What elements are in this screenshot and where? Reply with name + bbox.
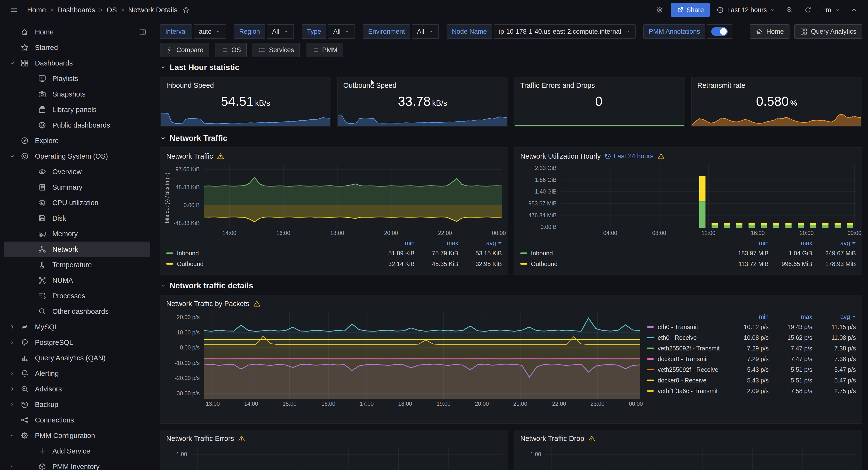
legend-col-max[interactable]: max bbox=[414, 240, 458, 247]
panel-title[interactable]: Inbound Speed bbox=[166, 82, 214, 89]
sidebar-item-numa[interactable]: NUMA bbox=[4, 272, 150, 288]
panel-title[interactable]: Outbound Speed bbox=[343, 82, 397, 89]
chart-plot[interactable] bbox=[204, 312, 640, 399]
chevron-right-icon[interactable] bbox=[7, 324, 18, 330]
sidebar-item-temperature[interactable]: Temperature bbox=[4, 257, 150, 272]
sidebar-item-overview[interactable]: Overview bbox=[4, 164, 150, 179]
panel-title[interactable]: Network Traffic by Packets bbox=[166, 300, 249, 308]
sidebar-item-postgresql[interactable]: PostgreSQL bbox=[4, 335, 150, 350]
pmm-annotations-toggle[interactable] bbox=[711, 27, 728, 36]
sidebar-item-cpu-utilization[interactable]: CPU utilization bbox=[4, 195, 150, 210]
section-network-traffic-details[interactable]: Network traffic details bbox=[160, 281, 862, 291]
star-icon[interactable] bbox=[180, 3, 192, 17]
chevron-down-icon[interactable] bbox=[7, 153, 18, 159]
sidebar-item-network[interactable]: Network bbox=[4, 241, 150, 257]
refresh-icon[interactable] bbox=[801, 3, 815, 17]
sidebar-item-starred[interactable]: Starred bbox=[4, 40, 150, 55]
legend-series-name[interactable]: Outbound bbox=[177, 261, 204, 267]
menu-icon[interactable] bbox=[7, 3, 21, 17]
chevron-down-icon[interactable] bbox=[7, 60, 18, 66]
breadcrumb-dashboards[interactable]: Dashboards bbox=[57, 6, 95, 14]
legend-series-name[interactable]: veth255092f - Transmit bbox=[658, 345, 720, 352]
sidebar-item-memory[interactable]: Memory bbox=[4, 226, 150, 241]
services-button[interactable]: Services bbox=[252, 43, 300, 57]
legend-series-name[interactable]: Inbound bbox=[531, 250, 553, 257]
filter-type-value[interactable]: All bbox=[328, 24, 355, 39]
breadcrumb-home[interactable]: Home bbox=[27, 6, 46, 14]
legend-col-min[interactable]: min bbox=[725, 313, 769, 320]
sidebar-item-home[interactable]: Home bbox=[4, 24, 150, 40]
compare-button[interactable]: Compare bbox=[160, 43, 209, 57]
section-network-traffic[interactable]: Network Traffic bbox=[160, 133, 862, 144]
panel-title[interactable]: Network Traffic bbox=[166, 152, 213, 160]
home-button[interactable]: Home bbox=[750, 24, 789, 39]
sidebar-item-processes[interactable]: Processes bbox=[4, 288, 150, 304]
pmm-button[interactable]: PMM bbox=[306, 43, 343, 57]
time-badge[interactable]: Last 24 hours bbox=[604, 152, 654, 160]
sidebar-item-operating-system-os[interactable]: Operating System (OS) bbox=[4, 148, 150, 164]
filter-node-name-value[interactable]: ip-10-178-1-40.us-east-2.compute.interna… bbox=[494, 24, 636, 39]
panel-title[interactable]: Retransmit rate bbox=[698, 82, 745, 89]
legend-col-avg[interactable]: avg bbox=[812, 313, 856, 320]
legend-col-avg[interactable]: avg bbox=[812, 240, 856, 247]
sidebar-item-public-dashboards[interactable]: Public dashboards bbox=[4, 117, 150, 133]
sidebar-item-connections[interactable]: Connections bbox=[4, 412, 150, 428]
query-analytics-button[interactable]: Query Analytics bbox=[794, 24, 862, 39]
sidebar-item-query-analytics-qan[interactable]: Query Analytics (QAN) bbox=[4, 350, 150, 366]
dashboard-settings-icon[interactable] bbox=[653, 3, 667, 17]
section-last-hour-statistic[interactable]: Last Hour statistic bbox=[160, 62, 862, 73]
sidebar-item-add-service[interactable]: Add Service bbox=[4, 443, 150, 459]
chart-plot[interactable] bbox=[204, 165, 502, 228]
filter-interval-value[interactable]: auto bbox=[194, 24, 226, 39]
chevron-right-icon[interactable] bbox=[7, 402, 18, 407]
sidebar-item-pmm-configuration[interactable]: PMM Configuration bbox=[4, 428, 150, 443]
legend-series-name[interactable]: veth255092f - Receive bbox=[658, 366, 718, 373]
legend-col-max[interactable]: max bbox=[769, 313, 812, 320]
chevron-right-icon[interactable] bbox=[7, 371, 18, 376]
panel-collapse-icon[interactable] bbox=[139, 28, 146, 36]
legend-series-name[interactable]: Outbound bbox=[531, 261, 558, 267]
panel-title[interactable]: Traffic Errors and Drops bbox=[520, 82, 595, 89]
zoom-out-icon[interactable] bbox=[782, 3, 797, 17]
refresh-interval-picker[interactable]: 1m bbox=[819, 3, 843, 17]
sidebar-item-summary[interactable]: Summary bbox=[4, 179, 150, 195]
chevron-down-icon[interactable] bbox=[7, 464, 18, 470]
panel-title[interactable]: Network Traffic Errors bbox=[166, 435, 234, 443]
chart-plot[interactable] bbox=[546, 447, 856, 470]
sidebar-item-alerting[interactable]: Alerting bbox=[4, 366, 150, 381]
filter-environment-value[interactable]: All bbox=[412, 24, 439, 39]
sidebar-item-advisors[interactable]: Advisors bbox=[4, 381, 150, 397]
legend-col-min[interactable]: min bbox=[725, 240, 769, 247]
panel-title[interactable]: Network Utilization Hourly bbox=[520, 152, 601, 160]
legend-series-name[interactable]: docker0 - Transmit bbox=[658, 355, 708, 362]
chart-plot[interactable] bbox=[561, 165, 856, 228]
chevron-right-icon[interactable] bbox=[7, 386, 18, 392]
collapse-topbar-icon[interactable] bbox=[847, 3, 861, 17]
os-button[interactable]: OS bbox=[215, 43, 247, 57]
chevron-right-icon[interactable] bbox=[7, 340, 18, 345]
legend-col-max[interactable]: max bbox=[769, 240, 812, 247]
sidebar-item-mysql[interactable]: MySQL bbox=[4, 319, 150, 335]
filter-region-value[interactable]: All bbox=[267, 24, 294, 39]
legend-series-name[interactable]: Inbound bbox=[177, 250, 199, 257]
sidebar-item-snapshots[interactable]: Snapshots bbox=[4, 86, 150, 102]
legend-series-name[interactable]: eth0 - Transmit bbox=[658, 324, 698, 330]
sidebar-item-explore[interactable]: Explore bbox=[4, 133, 150, 148]
legend-col-avg[interactable]: avg bbox=[458, 240, 502, 247]
sidebar-item-library-panels[interactable]: Library panels bbox=[4, 102, 150, 117]
breadcrumb-os[interactable]: OS bbox=[106, 6, 117, 14]
time-range-picker[interactable]: Last 12 hours bbox=[714, 3, 779, 17]
legend-col-min[interactable]: min bbox=[371, 240, 414, 247]
sidebar-item-other-dashboards[interactable]: Other dashboards bbox=[4, 304, 150, 319]
chart-plot[interactable] bbox=[191, 447, 502, 470]
sidebar-item-playlists[interactable]: Playlists bbox=[4, 71, 150, 86]
sidebar-item-pmm-inventory[interactable]: PMM Inventory bbox=[4, 459, 150, 470]
legend-series-name[interactable]: eth0 - Receive bbox=[658, 334, 697, 341]
sidebar-item-backup[interactable]: Backup bbox=[4, 397, 150, 412]
share-button[interactable]: Share bbox=[671, 3, 710, 17]
chevron-down-icon[interactable] bbox=[7, 433, 18, 438]
sidebar-item-dashboards[interactable]: Dashboards bbox=[4, 55, 150, 71]
panel-title[interactable]: Network Traffic Drop bbox=[520, 435, 584, 443]
legend-series-name[interactable]: vethf1f3a6c - Transmit bbox=[658, 387, 717, 394]
sidebar-item-disk[interactable]: Disk bbox=[4, 210, 150, 226]
